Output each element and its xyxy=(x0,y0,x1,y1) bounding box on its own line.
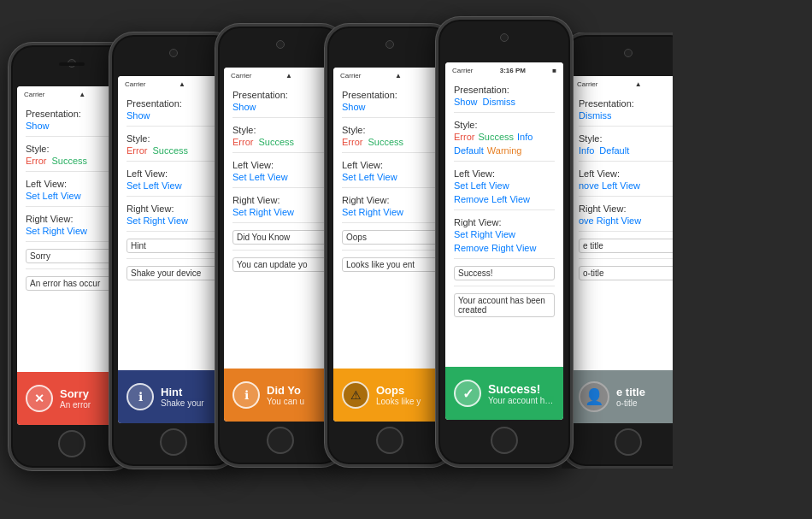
rightview-section-1: Right View: Set Right View xyxy=(26,214,118,242)
success-btn-3[interactable]: Success xyxy=(258,137,294,147)
info-btn-5[interactable]: Info xyxy=(517,132,533,142)
subtitle-input-4[interactable]: Looks like you ent xyxy=(342,257,438,272)
success-btn-1[interactable]: Success xyxy=(51,156,87,166)
rightview-btns-1: Set Right View xyxy=(26,226,118,236)
phone-6: Carrier ▲ Presentation: Dismiss Style: xyxy=(562,32,673,469)
set-left-btn-3[interactable]: Set Left View xyxy=(232,172,288,182)
leftview-label-1: Left View: xyxy=(26,179,118,189)
remove-left-btn-5[interactable]: Remove Left View xyxy=(454,194,530,204)
phone-camera-5 xyxy=(500,33,509,42)
style-label-5: Style: xyxy=(454,120,555,130)
style-btns-1: Error Success xyxy=(26,156,118,166)
phone-home-3[interactable] xyxy=(267,427,294,454)
phone-home-6[interactable] xyxy=(615,428,642,456)
phone-home-2[interactable] xyxy=(160,428,187,456)
wifi-1: ▲ xyxy=(79,91,85,98)
rightview-label-1: Right View: xyxy=(26,214,118,224)
rightview-section-4: Right View: Set Right View xyxy=(342,195,438,223)
carrier-5: Carrier xyxy=(452,67,473,74)
error-btn-4[interactable]: Error xyxy=(342,137,362,147)
presentation-label-4: Presentation: xyxy=(342,90,438,100)
subtitle-input-5[interactable]: Your account has been created xyxy=(454,293,555,317)
status-bar-6: Carrier ▲ xyxy=(570,76,673,91)
error-btn-1[interactable]: Error xyxy=(26,156,46,166)
phone-camera-6 xyxy=(624,49,633,57)
info-btn-6[interactable]: Info xyxy=(579,145,594,156)
leftview-section-3: Left View: Set Left View xyxy=(232,160,328,188)
notif-subtitle-3: You can u xyxy=(267,397,328,406)
rightview-label-6: Right View: xyxy=(579,203,673,214)
error-btn-5[interactable]: Error xyxy=(454,132,474,142)
dismiss-btn-6[interactable]: Dismiss xyxy=(579,110,612,121)
set-right-btn-3[interactable]: Set Right View xyxy=(232,207,294,217)
show-btn-2[interactable]: Show xyxy=(127,110,150,121)
show-btn-4[interactable]: Show xyxy=(342,102,366,112)
rightview-label-4: Right View: xyxy=(342,195,438,205)
title-input-4[interactable]: Oops xyxy=(342,230,438,245)
style-section-5: Style: Error Success Info Default Warnin… xyxy=(454,120,555,162)
set-left-btn-1[interactable]: Set Left View xyxy=(26,191,81,201)
set-left-btn-5[interactable]: Set Left View xyxy=(454,180,509,191)
dismiss-btn-5[interactable]: Dismiss xyxy=(483,97,516,107)
phone-home-5[interactable] xyxy=(491,427,518,454)
title-input-1[interactable]: Sorry xyxy=(26,249,118,263)
presentation-section-4: Presentation: Show xyxy=(342,90,438,118)
style-section-3: Style: Error Success xyxy=(232,125,328,153)
notif-title-4: Oops xyxy=(376,384,438,397)
phone-camera-2 xyxy=(169,49,178,57)
warning-btn-5[interactable]: Warning xyxy=(487,145,522,156)
title-input-3[interactable]: Did You Know xyxy=(232,230,328,245)
success-btn-4[interactable]: Success xyxy=(368,137,403,147)
rightview-section-6: Right View: ove Right View xyxy=(579,203,673,232)
title-input-2[interactable]: Hint xyxy=(127,239,221,253)
success-btn-2[interactable]: Success xyxy=(152,145,188,156)
subtitle-input-1[interactable]: An error has occur xyxy=(26,276,118,291)
carrier-3: Carrier xyxy=(231,72,251,80)
status-bar-3: Carrier ▲ 3 xyxy=(224,68,337,83)
set-right-btn-1[interactable]: Set Right View xyxy=(26,226,87,236)
wifi-4: ▲ xyxy=(395,72,402,80)
notif-title-2: Hint xyxy=(161,386,221,398)
notif-icon-1: ✕ xyxy=(26,385,53,412)
status-bar-2: Carrier ▲ 3 xyxy=(118,76,229,91)
notif-title-6: e title xyxy=(616,386,673,398)
subtitle-input-6[interactable]: o-title xyxy=(579,266,673,280)
presentation-label-5: Presentation: xyxy=(454,85,555,95)
remove-left-btn-6[interactable]: nove Left View xyxy=(579,180,640,191)
default-btn-6[interactable]: Default xyxy=(599,145,629,156)
rightview-section-5: Right View: Set Right View Remove Right … xyxy=(454,217,555,259)
phone-screen-6: Carrier ▲ Presentation: Dismiss Style: xyxy=(570,76,673,423)
error-btn-2[interactable]: Error xyxy=(127,145,147,156)
notif-subtitle-5: Your account has been created xyxy=(488,396,555,405)
notif-subtitle-6: o-title xyxy=(616,398,673,408)
notif-avatar-6: 👤 xyxy=(579,381,609,412)
set-left-btn-4[interactable]: Set Left View xyxy=(342,172,397,182)
phone-speaker-1 xyxy=(59,62,85,66)
remove-right-btn-6[interactable]: ove Right View xyxy=(579,215,641,226)
success-btn-5[interactable]: Success xyxy=(478,132,514,142)
title-input-6[interactable]: e title xyxy=(579,239,673,253)
style-label-1: Style: xyxy=(26,144,118,154)
error-btn-3[interactable]: Error xyxy=(232,137,253,147)
set-right-btn-5[interactable]: Set Right View xyxy=(454,229,515,239)
phone-home-4[interactable] xyxy=(376,427,403,454)
show-btn-1[interactable]: Show xyxy=(26,121,50,131)
carrier-2: Carrier xyxy=(125,80,145,88)
carrier-6: Carrier xyxy=(577,80,597,88)
set-right-btn-2[interactable]: Set Right View xyxy=(127,215,188,226)
phone-home-1[interactable] xyxy=(58,430,85,457)
notification-5: ✓ Success! Your account has been created xyxy=(445,367,563,420)
leftview-label-3: Left View: xyxy=(232,160,328,170)
show-btn-5[interactable]: Show xyxy=(454,97,478,107)
subtitle-input-2[interactable]: Shake your device xyxy=(127,266,221,280)
battery-5: ■ xyxy=(552,67,556,74)
default-btn-5[interactable]: Default xyxy=(454,145,484,156)
notification-3: ℹ Did Yo You can u xyxy=(224,369,337,422)
set-right-btn-4[interactable]: Set Right View xyxy=(342,207,403,217)
title-input-5[interactable]: Success! xyxy=(454,266,555,280)
subtitle-input-3[interactable]: You can update yo xyxy=(232,257,328,272)
remove-right-btn-5[interactable]: Remove Right View xyxy=(454,243,536,253)
phone-screen-3: Carrier ▲ 3 Presentation: Show Style: Er… xyxy=(224,68,337,422)
show-btn-3[interactable]: Show xyxy=(232,102,256,112)
set-left-btn-2[interactable]: Set Left View xyxy=(127,180,182,191)
